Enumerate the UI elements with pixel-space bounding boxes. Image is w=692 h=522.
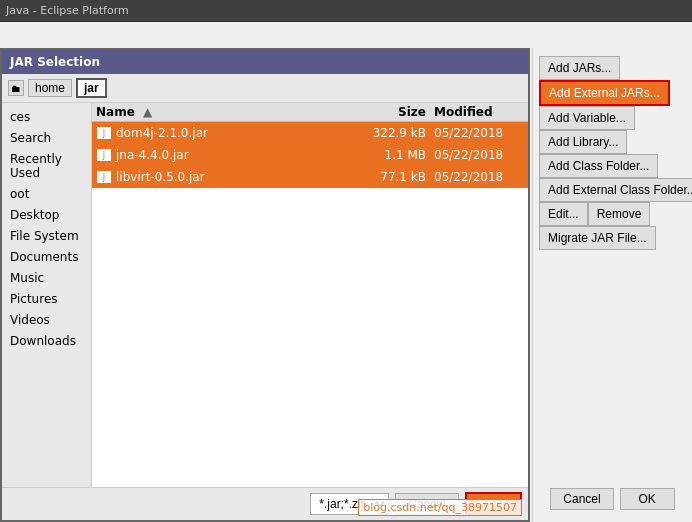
eclipse-title: Java - Eclipse Platform — [6, 4, 129, 17]
sidebar-item-recently-used[interactable]: Recently Used — [2, 149, 91, 183]
file-row[interactable]: Jdom4j-2.1.0.jar322.9 kB05/22/2018 — [92, 122, 528, 144]
folder-icon: 🖿 — [8, 80, 24, 96]
sidebar-item-pictures[interactable]: Pictures — [2, 289, 91, 309]
file-row[interactable]: Jlibvirt-0.5.0.jar77.1 kB05/22/2018 — [92, 166, 528, 188]
add-variable-button[interactable]: Add Variable... — [539, 106, 635, 130]
add-jars-button[interactable]: Add JARs... — [539, 56, 620, 80]
breadcrumb-home[interactable]: home — [28, 79, 72, 97]
sidebar-item-search[interactable]: Search — [2, 128, 91, 148]
jar-filepanel: Name ▲ Size Modified Jdom4j-2.1.0.jar322… — [92, 103, 528, 487]
right-cancel-button[interactable]: Cancel — [550, 488, 613, 510]
sidebar-item-videos[interactable]: Videos — [2, 310, 91, 330]
file-name: jna-4.4.0.jar — [116, 148, 354, 162]
eclipse-titlebar: Java - Eclipse Platform — [0, 0, 692, 22]
right-ok-button[interactable]: OK — [620, 488, 675, 510]
jar-sidebar: cesSearchRecently UsedootDesktopFile Sys… — [2, 103, 92, 487]
file-size: 77.1 kB — [354, 170, 434, 184]
jar-file-icon: J — [96, 126, 112, 140]
blog-watermark: blog.csdn.net/qq_38971507 — [358, 499, 522, 516]
rpanel-bottom-buttons: Cancel OK — [539, 488, 686, 514]
jar-file-icon: J — [96, 148, 112, 162]
add-external-jars-button[interactable]: Add External JARs... — [539, 80, 670, 106]
sidebar-item-music[interactable]: Music — [2, 268, 91, 288]
jar-body: cesSearchRecently UsedootDesktopFile Sys… — [2, 103, 528, 487]
jar-dialog-title: JAR Selection — [2, 50, 528, 74]
sidebar-item-documents[interactable]: Documents — [2, 247, 91, 267]
edit-button[interactable]: Edit... — [539, 202, 588, 226]
file-list: Jdom4j-2.1.0.jar322.9 kB05/22/2018Jjna-4… — [92, 122, 528, 487]
add-class-folder-button[interactable]: Add Class Folder... — [539, 154, 658, 178]
file-row[interactable]: Jjna-4.4.0.jar1.1 MB05/22/2018 — [92, 144, 528, 166]
col-size-header: Size — [354, 105, 434, 119]
sidebar-item-file-system[interactable]: File System — [2, 226, 91, 246]
sidebar-item-oot[interactable]: oot — [2, 184, 91, 204]
file-size: 1.1 MB — [354, 148, 434, 162]
file-header: Name ▲ Size Modified — [92, 103, 528, 122]
file-size: 322.9 kB — [354, 126, 434, 140]
file-name: dom4j-2.1.0.jar — [116, 126, 354, 140]
file-modified: 05/22/2018 — [434, 170, 524, 184]
breadcrumb-jar[interactable]: jar — [76, 78, 107, 98]
right-panel: Add JARs...Add External JARs...Add Varia… — [532, 48, 692, 522]
jar-breadcrumb: 🖿 home jar — [2, 74, 528, 103]
migrate-jar-button[interactable]: Migrate JAR File... — [539, 226, 656, 250]
jar-selection-dialog: JAR Selection 🖿 home jar cesSearchRecent… — [0, 48, 530, 522]
file-modified: 05/22/2018 — [434, 148, 524, 162]
sidebar-item-downloads[interactable]: Downloads — [2, 331, 91, 351]
file-modified: 05/22/2018 — [434, 126, 524, 140]
sidebar-item-desktop[interactable]: Desktop — [2, 205, 91, 225]
jar-file-icon: J — [96, 170, 112, 184]
add-library-button[interactable]: Add Library... — [539, 130, 627, 154]
file-name: libvirt-0.5.0.jar — [116, 170, 354, 184]
remove-button[interactable]: Remove — [588, 202, 651, 226]
add-external-class-folder-button[interactable]: Add External Class Folder... — [539, 178, 692, 202]
sidebar-item-ces[interactable]: ces — [2, 107, 91, 127]
col-name-header: Name ▲ — [96, 105, 354, 119]
col-modified-header: Modified — [434, 105, 524, 119]
